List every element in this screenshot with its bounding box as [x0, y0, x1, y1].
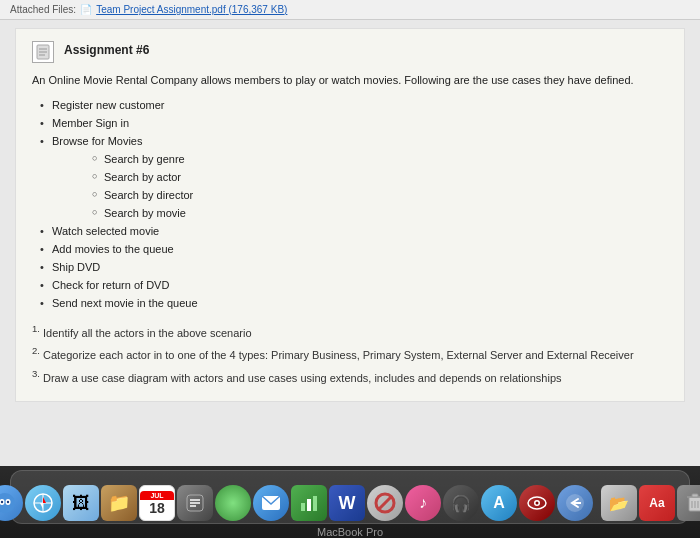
back-icon[interactable]	[557, 485, 593, 521]
svg-line-23	[378, 496, 392, 510]
trash-icon[interactable]	[677, 485, 700, 521]
question-item-1: 1. Identify all the actors in the above …	[32, 322, 668, 341]
list-item-text: Browse for Movies	[52, 135, 142, 147]
question-num-1: 1.	[32, 323, 40, 334]
list-item-text: Send next movie in the queue	[52, 297, 198, 309]
finder2-icon[interactable]: 📂	[601, 485, 637, 521]
svg-rect-21	[313, 496, 317, 511]
green-circle-icon[interactable]	[215, 485, 251, 521]
file-name: Team Project Assignment.pdf	[96, 4, 226, 15]
finder-icon[interactable]	[0, 485, 23, 521]
file-size: (176,367 KB)	[228, 4, 287, 15]
safari-icon[interactable]	[25, 485, 61, 521]
question-text-2: Categorize each actor in to one of the 4…	[43, 349, 634, 361]
list-item: Check for return of DVD	[40, 277, 668, 294]
content-area: Assignment #6 An Online Movie Rental Com…	[15, 28, 685, 402]
sub-item-text: Search by movie	[104, 207, 186, 219]
list-item-text: Watch selected movie	[52, 225, 159, 237]
assignment-intro: An Online Movie Rental Company allows me…	[32, 72, 668, 89]
sub-list-item: Search by movie	[92, 205, 668, 222]
list-item: Member Sign in	[40, 115, 668, 132]
svg-rect-20	[307, 499, 311, 511]
word-icon[interactable]: W	[329, 485, 365, 521]
question-item-2: 2. Categorize each actor in to one of th…	[32, 344, 668, 363]
list-item: Send next movie in the queue	[40, 295, 668, 312]
no-icon[interactable]	[367, 485, 403, 521]
question-item-3: 3. Draw a use case diagram with actors a…	[32, 367, 668, 386]
sub-list-item: Search by actor	[92, 169, 668, 186]
sub-list: Search by genre Search by actor Search b…	[52, 151, 668, 222]
calendar-icon[interactable]: JUL 18	[139, 485, 175, 521]
dock-area: 🖼 📁 JUL 18	[0, 466, 700, 538]
svg-rect-31	[692, 494, 698, 497]
attached-label: Attached Files:	[10, 4, 76, 15]
list-item: Register new customer	[40, 97, 668, 114]
folder-icon[interactable]: 📁	[101, 485, 137, 521]
list-item: Watch selected movie	[40, 223, 668, 240]
svg-point-7	[1, 501, 3, 503]
mail-icon[interactable]	[253, 485, 289, 521]
svg-rect-19	[301, 503, 305, 511]
sub-item-text: Search by actor	[104, 171, 181, 183]
macbook-label: MacBook Pro	[317, 526, 383, 538]
headphone-icon[interactable]: 🎧	[443, 485, 479, 521]
font-icon[interactable]: Aa	[639, 485, 675, 521]
question-text-1: Identify all the actors in the above sce…	[43, 327, 252, 339]
list-item-text: Check for return of DVD	[52, 279, 169, 291]
calendar-month: JUL	[140, 491, 174, 500]
file-icon: 📄	[80, 4, 92, 15]
eyetv-icon[interactable]	[519, 485, 555, 521]
document-area: Attached Files: 📄 Team Project Assignmen…	[0, 0, 700, 466]
list-item-text: Member Sign in	[52, 117, 129, 129]
assignment-title: Assignment #6	[64, 41, 149, 60]
sub-item-text: Search by genre	[104, 153, 185, 165]
list-item-text: Ship DVD	[52, 261, 100, 273]
photos-icon[interactable]: 🖼	[63, 485, 99, 521]
svg-point-8	[7, 501, 9, 503]
assignment-icon-box	[32, 41, 54, 63]
dock-icons: 🖼 📁 JUL 18	[10, 470, 690, 524]
questions-section: 1. Identify all the actors in the above …	[32, 322, 668, 385]
sub-list-item: Search by genre	[92, 151, 668, 168]
list-item: Add movies to the queue	[40, 241, 668, 258]
itunes-icon[interactable]: ♪	[405, 485, 441, 521]
list-item-text: Register new customer	[52, 99, 165, 111]
appstore-icon[interactable]: A	[481, 485, 517, 521]
file-link[interactable]: Team Project Assignment.pdf (176,367 KB)	[96, 4, 287, 15]
list-item-browse: Browse for Movies Search by genre Search…	[40, 133, 668, 222]
chart-icon[interactable]	[291, 485, 327, 521]
sub-list-item: Search by director	[92, 187, 668, 204]
question-num-3: 3.	[32, 368, 40, 379]
attached-files-bar: Attached Files: 📄 Team Project Assignmen…	[0, 0, 700, 20]
svg-point-26	[536, 502, 539, 505]
calendar-day: 18	[149, 500, 165, 516]
list-item: Ship DVD	[40, 259, 668, 276]
question-text-3: Draw a use case diagram with actors and …	[43, 371, 562, 383]
list-item-text: Add movies to the queue	[52, 243, 174, 255]
main-list: Register new customer Member Sign in Bro…	[32, 97, 668, 313]
music-app-icon[interactable]	[177, 485, 213, 521]
sub-item-text: Search by director	[104, 189, 193, 201]
question-num-2: 2.	[32, 345, 40, 356]
assignment-header: Assignment #6	[32, 41, 668, 64]
